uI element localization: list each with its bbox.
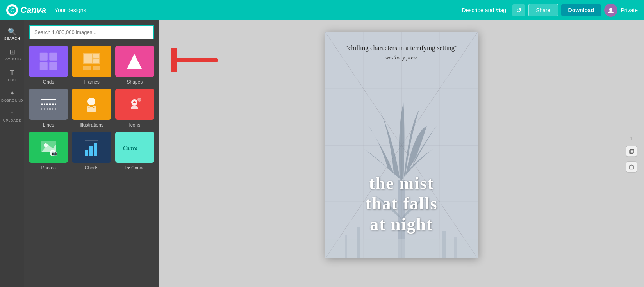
svg-rect-50	[630, 166, 633, 169]
icons-label: Icons	[129, 122, 140, 128]
svg-marker-13	[127, 54, 142, 69]
illustrations-thumbnail	[72, 89, 111, 120]
download-button[interactable]: Download	[561, 4, 601, 16]
undo-button[interactable]: ↺	[512, 4, 525, 16]
cover-title-line1: the mist	[325, 173, 478, 194]
svg-rect-31	[85, 140, 98, 141]
shapes-thumbnail	[115, 46, 154, 77]
photos-label: Photos	[41, 165, 55, 171]
svg-rect-45	[442, 231, 446, 258]
svg-rect-47	[454, 237, 457, 258]
logo-text: Canva	[20, 5, 46, 15]
your-designs-link[interactable]: Your designs	[55, 7, 86, 13]
main-layout: 🔍 SEARCH ⊞ LAYOUTS T TEXT ✦ BKGROUND ↑ U…	[0, 20, 644, 287]
search-input[interactable]	[29, 25, 154, 39]
red-arrow-annotation	[171, 48, 218, 73]
charts-label: Charts	[85, 165, 98, 171]
svg-rect-4	[49, 53, 57, 61]
svg-rect-28	[85, 150, 88, 156]
background-icon: ✦	[9, 90, 15, 97]
frames-thumbnail	[72, 46, 111, 77]
shapes-label: Shapes	[127, 79, 143, 85]
svg-rect-5	[40, 62, 48, 70]
lines-label: Lines	[43, 122, 54, 128]
grid-item-icons[interactable]: ✓ Icons	[115, 89, 154, 128]
svg-rect-12	[93, 66, 100, 70]
sidebar-item-layouts[interactable]: ⊞ LAYOUTS	[0, 45, 24, 65]
sidebar-panel: Grids Frames	[24, 20, 159, 287]
sidebar-item-uploads[interactable]: ↑ UPLOADS	[0, 106, 24, 127]
svg-point-17	[87, 98, 95, 105]
grid-item-lines[interactable]: Lines	[29, 89, 68, 128]
svg-rect-30	[94, 143, 97, 156]
sidebar-item-search[interactable]: 🔍 SEARCH	[0, 24, 24, 45]
elements-grid: Grids Frames	[29, 46, 154, 171]
uploads-nav-label: UPLOADS	[3, 119, 21, 123]
avatar	[604, 4, 617, 17]
icanva-label: I ♥ Canva	[125, 165, 145, 171]
grids-label: Grids	[43, 79, 54, 85]
cover-quote-text: "chilling characters in a terrifying set…	[325, 43, 478, 53]
svg-rect-9	[93, 54, 99, 58]
photos-thumbnail: 📷	[29, 132, 68, 163]
svg-rect-29	[89, 146, 93, 156]
svg-rect-11	[83, 66, 91, 70]
sidebar-item-background[interactable]: ✦ BKGROUND	[0, 86, 24, 106]
charts-thumbnail	[72, 132, 111, 163]
lines-thumbnail	[29, 89, 68, 120]
grid-item-shapes[interactable]: Shapes	[115, 46, 154, 85]
grid-item-grids[interactable]: Grids	[29, 46, 68, 85]
svg-text:📷: 📷	[51, 150, 57, 156]
svg-text:✓: ✓	[139, 98, 141, 101]
cover-quote-source: westbury press	[325, 55, 478, 61]
svg-text:Canva: Canva	[123, 145, 137, 151]
uploads-icon: ↑	[11, 110, 14, 117]
header: C Canva Your designs Describe and #tag ↺…	[0, 0, 644, 20]
delete-page-button[interactable]	[626, 161, 637, 172]
logo-icon: C	[6, 4, 18, 16]
frames-label: Frames	[84, 79, 100, 85]
layouts-nav-label: LAYOUTS	[4, 57, 21, 61]
text-icon: T	[10, 69, 14, 77]
grid-item-charts[interactable]: Charts	[72, 132, 111, 171]
page-number: 1	[630, 135, 633, 141]
cover-title-line3: at night	[325, 214, 478, 235]
search-nav-label: SEARCH	[4, 37, 20, 41]
icanva-thumbnail: Canva	[115, 132, 154, 163]
sidebar-item-text[interactable]: T TEXT	[0, 65, 24, 86]
logo: C Canva	[6, 4, 46, 16]
cover-title-line2: that falls	[325, 194, 478, 214]
canvas-area: "chilling characters in a terrifying set…	[159, 20, 644, 287]
text-nav-label: TEXT	[7, 78, 17, 82]
cover-quote: "chilling characters in a terrifying set…	[325, 43, 478, 61]
grid-item-photos[interactable]: 📷 Photos	[29, 132, 68, 171]
private-button[interactable]: Private	[621, 7, 638, 13]
copy-page-button[interactable]	[626, 146, 637, 157]
search-icon: 🔍	[8, 28, 16, 35]
svg-point-20	[133, 101, 136, 103]
svg-rect-46	[345, 235, 347, 258]
svg-point-2	[609, 8, 612, 11]
svg-rect-18	[87, 106, 96, 112]
sidebar-nav: 🔍 SEARCH ⊞ LAYOUTS T TEXT ✦ BKGROUND ↑ U…	[0, 20, 24, 287]
grid-item-illustrations[interactable]: Illustrations	[72, 89, 111, 128]
svg-rect-8	[84, 54, 92, 63]
layouts-icon: ⊞	[9, 48, 15, 55]
grid-item-icanva[interactable]: Canva I ♥ Canva	[115, 132, 154, 171]
share-button[interactable]: Share	[528, 4, 558, 16]
grids-thumbnail	[29, 46, 68, 77]
cover-title: the mist that falls at night	[325, 173, 478, 235]
describe-tag-label[interactable]: Describe and #tag	[462, 7, 507, 13]
svg-text:C: C	[10, 7, 14, 13]
icons-thumbnail: ✓	[115, 89, 154, 120]
svg-rect-6	[49, 62, 57, 70]
page-controls: 1	[626, 135, 637, 172]
grid-item-frames[interactable]: Frames	[72, 46, 111, 85]
illustrations-label: Illustrations	[80, 122, 103, 128]
svg-rect-10	[93, 59, 99, 63]
svg-rect-3	[40, 53, 48, 61]
book-cover: "chilling characters in a terrifying set…	[325, 32, 478, 258]
bkground-nav-label: BKGROUND	[1, 98, 23, 102]
